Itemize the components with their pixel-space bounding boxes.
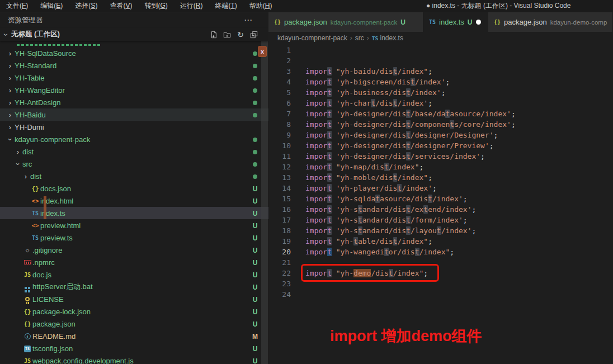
new-file-icon[interactable] <box>209 30 218 39</box>
git-decoration: U <box>252 258 258 267</box>
tree-item-yh-standard[interactable]: ›YH-Standard <box>0 59 268 72</box>
tree-item-yh-wangeditor[interactable]: ›YH-WangEditor <box>0 84 268 96</box>
tab-index.ts-1[interactable]: TSindex.tsU <box>423 12 488 32</box>
collapse-all-icon[interactable] <box>249 30 258 39</box>
sidebar-scrollbar[interactable] <box>261 41 268 364</box>
line-number: 13 <box>268 172 291 183</box>
title-bar: 文件(F)编辑(E)选择(S)查看(V)转到(G)运行(R)终端(T)帮助(H)… <box>0 0 613 12</box>
code-editor[interactable]: 123import "yh-baidu/dist/index";4import … <box>268 44 613 364</box>
code-line-7: 7import 'yh-designer/dist/base/datasourc… <box>268 108 613 119</box>
git-badge-untracked: U <box>253 210 258 218</box>
tree-item-webpack.config.development.js[interactable]: ›JSwebpack.config.development.jsU <box>0 354 268 364</box>
workspace-section-title: 无标题 (工作区) <box>11 30 60 39</box>
tab-git-badge: U <box>400 18 405 26</box>
git-decoration: U <box>252 185 258 193</box>
menu-v[interactable]: 查看(V) <box>103 0 138 12</box>
breadcrumb-item[interactable]: src <box>355 34 364 42</box>
tree-item-tsconfig.json[interactable]: ›TStsconfig.jsonU <box>0 342 268 354</box>
menu-h[interactable]: 帮助(H) <box>243 0 279 12</box>
tree-item-src[interactable]: ›src <box>0 158 268 170</box>
json-icon: {} <box>30 185 40 192</box>
tab-package.json-0[interactable]: {}package.jsonkdayun-compnent-packU <box>268 12 423 32</box>
code-line-19: 19import "yh-table/dist/index"; <box>268 236 613 247</box>
chevron-right-icon: › <box>13 148 22 156</box>
line-number: 2 <box>268 55 291 66</box>
tree-item-yh-dumi[interactable]: ›YH-Dumi <box>0 121 268 133</box>
tree-item-label: .npmrc <box>32 258 55 267</box>
workspace-section-header[interactable]: › 无标题 (工作区) ↻ <box>0 28 268 41</box>
git-badge-untracked: U <box>253 283 258 291</box>
tree-item-yh-antdesign[interactable]: ›YH-AntDesign <box>0 96 268 108</box>
tree-item-readme.md[interactable]: ›iREADME.mdM <box>0 330 268 342</box>
menu-f[interactable]: 文件(F) <box>0 0 34 12</box>
tree-item-clipped[interactable] <box>0 41 268 47</box>
tree-item-.npmrc[interactable]: ›.npmrcU <box>0 256 268 268</box>
breadcrumb-item[interactable]: TS index.ts <box>372 34 403 42</box>
git-badge-untracked: U <box>253 247 258 254</box>
tree-item-preview.ts[interactable]: ›TSpreview.tsU <box>0 231 268 244</box>
line-number: 10 <box>268 140 291 151</box>
tree-item-doc.js[interactable]: ›JSdoc.jsU <box>0 268 268 281</box>
file-tree[interactable]: ›YH-SqlDataSource›YH-Standard›YH-Table›Y… <box>0 41 268 364</box>
git-dot-icon <box>253 64 257 68</box>
menu-e[interactable]: 编辑(E) <box>34 0 69 12</box>
tab-label: package.json <box>284 18 327 26</box>
tree-item-label: package-lock.json <box>32 308 91 316</box>
git-decoration <box>252 148 258 156</box>
tree-item-license[interactable]: ›LICENSEU <box>0 293 268 305</box>
line-number: 3 <box>268 66 291 77</box>
tree-item-docs.json[interactable]: ›{}docs.jsonU <box>0 182 268 195</box>
breadcrumb[interactable]: kdayun-compnent-pack›src›TS index.ts <box>268 32 613 44</box>
git-decoration: U <box>252 295 258 304</box>
gitignore-icon: ◇ <box>22 247 32 254</box>
new-folder-icon[interactable] <box>223 30 232 39</box>
tree-item-label: src <box>22 160 32 168</box>
js-icon: JS <box>22 272 32 278</box>
tree-item-package-lock.json[interactable]: ›{}package-lock.jsonU <box>0 305 268 318</box>
menu-s[interactable]: 选择(S) <box>69 0 103 12</box>
tree-item-label: YH-WangEditor <box>15 86 65 94</box>
code-line-2: 2 <box>268 55 613 66</box>
git-decoration <box>252 62 258 70</box>
code-line-21: 21 <box>268 257 613 268</box>
tab-package.json-2[interactable]: {}package.jsonkdayun-demo-comp <box>488 12 613 32</box>
line-number: 19 <box>268 236 291 247</box>
unsaved-dot-icon[interactable] <box>476 20 481 25</box>
tree-item-yh-baidu[interactable]: ›YH-Baidu <box>0 108 268 121</box>
menu-t[interactable]: 终端(T) <box>209 0 243 12</box>
line-number: 7 <box>268 108 291 119</box>
tree-item-dist[interactable]: ›dist <box>0 145 268 158</box>
menu-bar[interactable]: 文件(F)编辑(E)选择(S)查看(V)转到(G)运行(R)终端(T)帮助(H) <box>0 0 278 12</box>
code-line-16: 16import 'yh-standard/dist/extend/index'… <box>268 204 613 215</box>
git-decoration <box>252 172 258 181</box>
chevron-down-icon: › <box>14 159 22 168</box>
chevron-right-icon: › <box>6 123 15 131</box>
tree-item-preview.html[interactable]: ›<>preview.htmlU <box>0 219 268 231</box>
git-badge-untracked: U <box>253 308 258 316</box>
code-line-1: 1 <box>268 45 613 55</box>
code-line-18: 18import 'yh-standard/dist/layout/index'… <box>268 225 613 236</box>
tree-item-.gitignore[interactable]: ›◇.gitignoreU <box>0 244 268 256</box>
git-decoration: M <box>252 332 258 341</box>
tab-bar[interactable]: {}package.jsonkdayun-compnent-packUTSind… <box>268 12 613 32</box>
code-line-11: 11import 'yh-designer/dist/services/inde… <box>268 151 613 162</box>
window-title: ● index.ts - 无标题 (工作区) - Visual Studio C… <box>426 0 570 12</box>
tree-item-package.json[interactable]: ›{}package.jsonU <box>0 318 268 330</box>
tree-item-kdayun-compnent-pack[interactable]: ›kdayun-compnent-pack <box>0 133 268 145</box>
tree-item-yh-table[interactable]: ›YH-Table <box>0 72 268 84</box>
refresh-icon[interactable]: ↻ <box>236 30 245 39</box>
breadcrumb-item[interactable]: kdayun-compnent-pack <box>277 34 347 42</box>
tree-item-dist[interactable]: ›dist <box>0 170 268 182</box>
more-actions-icon[interactable]: ⋯ <box>244 15 253 25</box>
tree-item-index.html[interactable]: ›<>index.htmlU <box>0 195 268 207</box>
line-number: 11 <box>268 151 291 162</box>
menu-g[interactable]: 转到(G) <box>138 0 173 12</box>
menu-r[interactable]: 运行(R) <box>174 0 209 12</box>
tree-item-yh-sqldatasource[interactable]: ›YH-SqlDataSource <box>0 47 268 59</box>
git-decoration <box>252 98 258 107</box>
code-line-24: 24 <box>268 289 613 300</box>
git-dot-icon <box>253 113 257 117</box>
ts-icon: TS <box>30 210 40 216</box>
tree-item-httpserver-.bat[interactable]: ›httpServer启动.batU <box>0 281 268 293</box>
tree-item-index.ts[interactable]: ›TSindex.tsU <box>0 207 268 219</box>
